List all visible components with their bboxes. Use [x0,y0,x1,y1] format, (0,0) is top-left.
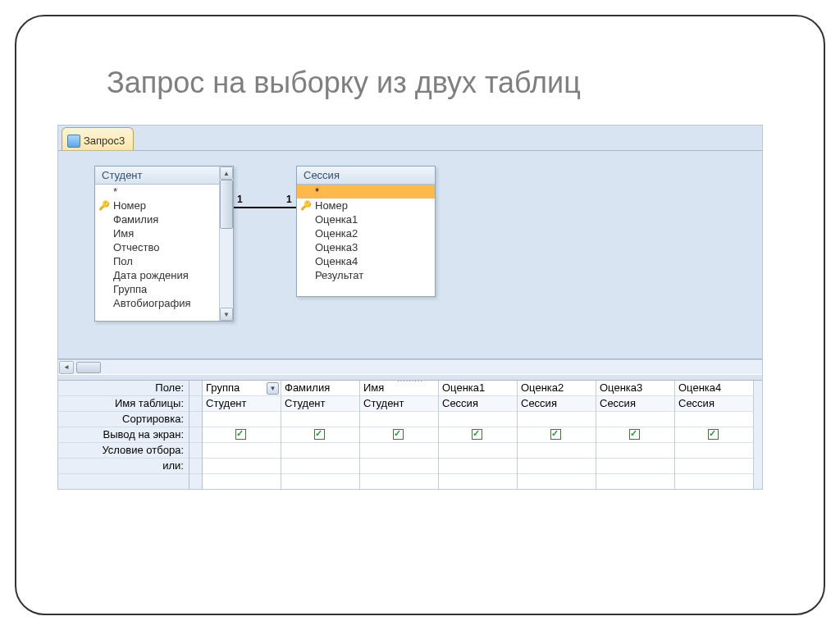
show-checkbox[interactable] [550,429,561,440]
cell-or[interactable] [203,459,281,474]
scroll-thumb[interactable] [220,180,233,229]
cell-field[interactable]: Оценка3 [596,381,674,396]
cell-field[interactable]: Имя [360,381,438,396]
cell-table[interactable]: Сессия [675,396,753,412]
cell-sort[interactable] [360,412,438,427]
cell-table[interactable]: Сессия [439,396,517,412]
relationship-pane[interactable]: 1 1 Студент*🔑НомерФамилияИмяОтчествоПолД… [58,150,762,359]
splitter-handle[interactable] [58,374,762,381]
cell-or[interactable] [675,459,753,474]
entity-field[interactable]: * [297,185,435,199]
scroll-thumb[interactable] [76,362,101,373]
entity-field[interactable]: Оценка2 [297,226,435,240]
cell-sort[interactable] [281,412,359,427]
entity-field[interactable]: Отчество [95,240,219,254]
show-checkbox[interactable] [472,429,482,440]
cell-field[interactable]: Группа▼ [203,381,281,396]
cell-criteria[interactable] [439,443,517,459]
cell-table[interactable]: Студент [360,396,438,412]
grid-row-labels: Поле: Имя таблицы: Сортировка: Вывод на … [58,381,189,490]
show-checkbox[interactable] [235,429,246,440]
cell-show[interactable] [596,427,674,443]
show-checkbox[interactable] [314,429,325,440]
cell-field[interactable]: Фамилия [281,381,359,396]
entity-title[interactable]: Сессия [297,167,435,185]
cell-criteria[interactable] [518,443,596,459]
hscrollbar[interactable]: ◄ [58,359,762,374]
entity-title[interactable]: Студент [95,167,233,185]
cell-table[interactable]: Сессия [518,396,596,412]
entity-field[interactable]: Имя [95,226,219,240]
cell-sort[interactable] [203,412,281,427]
cell-table[interactable]: Сессия [596,396,674,412]
scroll-up-icon[interactable]: ▲ [220,167,233,180]
entity-field[interactable]: 🔑Номер [297,199,435,212]
cell-field[interactable]: Оценка1 [439,381,517,396]
cell-extra[interactable] [518,474,596,490]
cell-criteria[interactable] [281,443,359,459]
cell-criteria[interactable] [360,443,438,459]
relationship-line[interactable] [234,207,296,208]
tab-label: Запрос3 [84,135,125,147]
cell-show[interactable] [203,427,281,443]
entity-field[interactable]: * [95,185,219,199]
cell-extra[interactable] [203,474,281,490]
cell-extra[interactable] [360,474,438,490]
vscrollbar[interactable]: ▲▼ [219,167,233,321]
cell-field[interactable]: Оценка2 [518,381,596,396]
entity-field[interactable]: Оценка3 [297,240,435,254]
cell-extra[interactable] [281,474,359,490]
entity-field[interactable]: Оценка1 [297,212,435,226]
cell-table[interactable]: Студент [281,396,359,412]
entity-field[interactable]: Автобиография [95,296,219,310]
entity-table[interactable]: Студент*🔑НомерФамилияИмяОтчествоПолДата … [94,166,234,322]
cell-or[interactable] [518,459,596,474]
entity-field[interactable]: Дата рождения [95,268,219,282]
grid-column: Оценка4Сессия [675,381,754,490]
cell-table[interactable]: Студент [203,396,281,412]
cell-or[interactable] [281,459,359,474]
cell-or[interactable] [439,459,517,474]
dropdown-arrow-icon[interactable]: ▼ [267,382,279,395]
cell-extra[interactable] [439,474,517,490]
cell-sort[interactable] [675,412,753,427]
cell-criteria[interactable] [675,443,753,459]
show-checkbox[interactable] [629,429,640,440]
cell-or[interactable] [596,459,674,474]
scroll-left-icon[interactable]: ◄ [59,361,74,374]
show-checkbox[interactable] [708,429,719,440]
tab-query3[interactable]: Запрос3 [62,127,134,150]
scroll-track[interactable] [220,180,233,308]
cell-extra[interactable] [596,474,674,490]
grid-empty-area [754,381,762,490]
cell-sort[interactable] [596,412,674,427]
cell-show[interactable] [675,427,753,443]
cell-sort[interactable] [518,412,596,427]
cell-show[interactable] [281,427,359,443]
entity-field[interactable]: Фамилия [95,212,219,226]
cell-show[interactable] [518,427,596,443]
relationship-card-right: 1 [286,194,292,205]
entity-field[interactable]: 🔑Номер [95,199,219,212]
entity-field[interactable]: Результат [297,268,435,282]
cell-field[interactable]: Оценка4 [675,381,753,396]
field-name: Дата рождения [113,269,189,281]
field-name: Имя [113,227,134,240]
field-name: Оценка2 [315,227,358,240]
entity-table[interactable]: Сессия*🔑НомерОценка1Оценка2Оценка3Оценка… [296,166,436,297]
entity-field[interactable]: Группа [95,282,219,296]
cell-show[interactable] [439,427,517,443]
column-selector-gutter [189,381,203,490]
show-checkbox[interactable] [393,429,404,440]
cell-show[interactable] [360,427,438,443]
label-field: Поле: [58,381,189,396]
slide-frame: Запрос на выборку из двух таблиц Запрос3… [15,15,825,615]
entity-field[interactable]: Пол [95,254,219,268]
cell-sort[interactable] [439,412,517,427]
cell-criteria[interactable] [203,443,281,459]
cell-criteria[interactable] [596,443,674,459]
cell-or[interactable] [360,459,438,474]
scroll-down-icon[interactable]: ▼ [220,308,233,321]
cell-extra[interactable] [675,474,753,490]
entity-field[interactable]: Оценка4 [297,254,435,268]
